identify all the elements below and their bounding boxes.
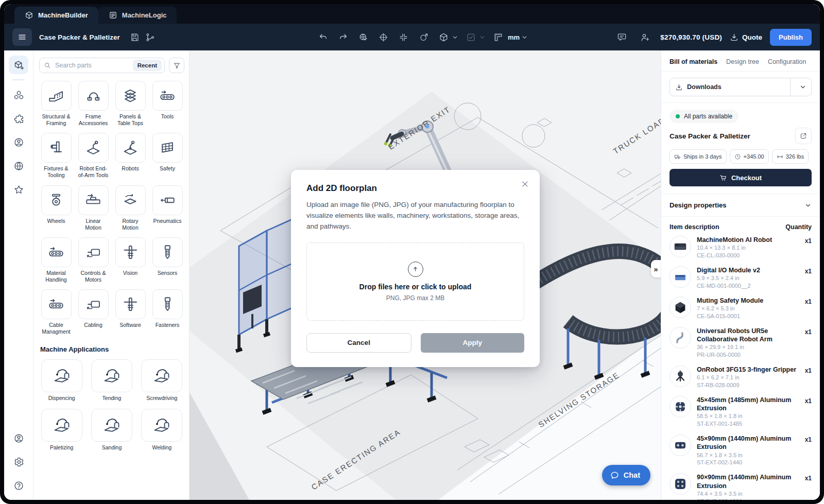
category-structural-framing[interactable]: Structural & Framing: [39, 81, 73, 127]
bom-item-machinemotion-ai-robot[interactable]: MachineMotion AI Robot10.4 × 13.3 × 8.1 …: [670, 236, 812, 259]
category-wheels[interactable]: Wheels: [39, 185, 73, 231]
file-dropzone[interactable]: Drop files here or click to upload PNG, …: [306, 242, 524, 321]
rail-community-button[interactable]: [9, 133, 28, 151]
design-properties-toggle[interactable]: Design properties: [661, 194, 820, 216]
application-welding[interactable]: Welding: [140, 409, 184, 451]
apply-button[interactable]: Apply: [421, 333, 525, 353]
category-safety[interactable]: Safety: [150, 133, 184, 179]
cancel-button[interactable]: Cancel: [306, 333, 411, 353]
category-fixtures-tooling[interactable]: Fixtures & Tooling: [39, 133, 73, 179]
shipping-chip[interactable]: Ships in 3 days: [670, 149, 727, 164]
category-pneumatics[interactable]: Pneumatics: [150, 185, 184, 231]
part-name: OnRobot 3FG15 3-finger Gripper: [697, 366, 796, 374]
tab-configuration[interactable]: Configuration: [768, 58, 806, 65]
cube-icon: [25, 11, 33, 20]
category-sensors[interactable]: Sensors: [150, 237, 184, 283]
tab-machinelogic[interactable]: MachineLogic: [98, 7, 177, 24]
bom-item-extrusion-45x90[interactable]: 45×90mm (1440mm) Aluminum Extrusion56.7 …: [670, 435, 812, 466]
application-dispencing[interactable]: Dispencing: [39, 359, 84, 402]
rail-add-part-button[interactable]: [9, 56, 28, 74]
bom-item-extrusion-45x45[interactable]: 45×45mm (1485mm) Aluminum Extrusion58.5 …: [670, 396, 812, 428]
part-quantity: x1: [805, 266, 812, 275]
category-robot-eoat[interactable]: Robot End-of-Arm Tools: [76, 133, 110, 179]
selection-mode-dropdown[interactable]: [463, 29, 486, 45]
category-frame-accessories[interactable]: Frame Accessories: [76, 81, 110, 127]
snap-check-button[interactable]: [355, 29, 371, 45]
rotate-tool-button[interactable]: [416, 29, 431, 45]
share-invite-button[interactable]: [637, 29, 653, 45]
bom-item-ur5e-robot-arm[interactable]: Universal Robots UR5e Collaborative Robo…: [670, 327, 812, 359]
category-tile: [115, 133, 146, 163]
category-panels-tabletops[interactable]: Panels & Table Tops: [113, 81, 147, 127]
units-dropdown[interactable]: mm: [490, 29, 528, 45]
application-screwdriving[interactable]: Screwdriving: [140, 359, 184, 402]
save-button[interactable]: [127, 29, 143, 45]
rail-assemblies-button[interactable]: [9, 85, 28, 104]
downloads-dropdown[interactable]: Downloads: [670, 78, 812, 96]
category-cable-managment[interactable]: Cable Managment: [39, 289, 73, 335]
recent-filter-chip[interactable]: Recent: [133, 60, 162, 71]
rail-integrations-button[interactable]: [9, 109, 28, 128]
fit-view-button[interactable]: [396, 29, 411, 45]
surcharge-chip[interactable]: +345.00: [730, 149, 769, 164]
dropzone-main-text: Drop files here or click to upload: [359, 283, 472, 291]
bom-item-3fg15-gripper[interactable]: OnRobot 3FG15 3-finger Gripper6.1 × 6.2 …: [670, 366, 812, 389]
linear-icon: [84, 192, 102, 209]
view-cube-dropdown[interactable]: [436, 29, 458, 45]
origin-target-button[interactable]: [375, 29, 391, 45]
checkout-button[interactable]: Checkout: [670, 169, 812, 186]
publish-button[interactable]: Publish: [770, 29, 812, 46]
category-software[interactable]: Software: [113, 289, 147, 335]
category-cabling[interactable]: Cabling: [76, 289, 110, 335]
bom-item-digital-io-module[interactable]: Digital I/O Module v25.9 × 3.5 × 2.4 inC…: [670, 266, 812, 290]
rail-favorites-button[interactable]: [9, 180, 28, 199]
view-cube-button[interactable]: [436, 29, 451, 45]
category-tools[interactable]: Tools: [150, 81, 184, 127]
question-icon: [13, 480, 24, 491]
redo-button[interactable]: [335, 29, 351, 45]
rail-divider: [12, 79, 25, 80]
comments-button[interactable]: [614, 29, 629, 45]
undo-button[interactable]: [315, 29, 331, 45]
search-parts-box[interactable]: Recent: [39, 58, 165, 73]
filter-button[interactable]: [169, 58, 184, 73]
category-vision[interactable]: Vision: [113, 237, 147, 283]
rotate-dial-icon: [419, 32, 428, 42]
quote-label: Quote: [742, 33, 762, 41]
rail-settings-button[interactable]: [9, 453, 28, 471]
shipping-label: Ships in 3 days: [683, 153, 722, 160]
category-controls-motors[interactable]: Controls & Motors: [76, 237, 110, 283]
part-quantity: x1: [805, 366, 812, 374]
tab-bill-of-materials[interactable]: Bill of materials: [670, 58, 717, 65]
quote-button[interactable]: Quote: [730, 33, 762, 42]
bom-item-muting-safety-module[interactable]: Muting Safety Module7 × 6.2 × 5.3 inCE-S…: [670, 297, 812, 320]
application-paletizing[interactable]: Paletizing: [39, 409, 84, 451]
chat-bubble-icon: [610, 471, 620, 480]
rail-web-library-button[interactable]: [9, 157, 28, 175]
tab-machinebuilder[interactable]: MachineBuilder: [14, 7, 98, 24]
tab-design-tree[interactable]: Design tree: [726, 58, 759, 65]
selection-mode-button[interactable]: [463, 29, 478, 45]
search-input[interactable]: [54, 61, 130, 69]
rail-account-button[interactable]: [9, 429, 28, 447]
application-sanding[interactable]: Sanding: [89, 409, 134, 451]
robot-icon: [122, 139, 139, 157]
version-branch-button[interactable]: [143, 29, 158, 45]
filter-icon: [173, 62, 181, 69]
open-external-button[interactable]: [795, 128, 812, 144]
category-fasteners[interactable]: Fasteners: [150, 289, 184, 335]
modal-close-button[interactable]: [518, 177, 531, 190]
chat-button[interactable]: Chat: [602, 465, 650, 485]
comment-icon: [617, 32, 627, 42]
category-robots[interactable]: Robots: [113, 133, 147, 179]
bom-item-extrusion-90x90[interactable]: 90×90mm (1440mm) Aluminum Extrusion74.4 …: [670, 473, 812, 500]
ruler-button[interactable]: [490, 29, 506, 45]
category-material-handling[interactable]: Material Handling: [39, 237, 73, 283]
rail-help-button[interactable]: [9, 476, 28, 495]
hamburger-menu-button[interactable]: [12, 28, 32, 46]
category-linear-motion[interactable]: Linear Motion: [76, 185, 110, 231]
application-tending[interactable]: Tending: [89, 359, 134, 402]
weight-chip[interactable]: 326 lbs: [772, 149, 809, 164]
category-rotary-motion[interactable]: Rotary Motion: [113, 185, 147, 231]
panel-collapse-handle[interactable]: »: [651, 260, 661, 277]
